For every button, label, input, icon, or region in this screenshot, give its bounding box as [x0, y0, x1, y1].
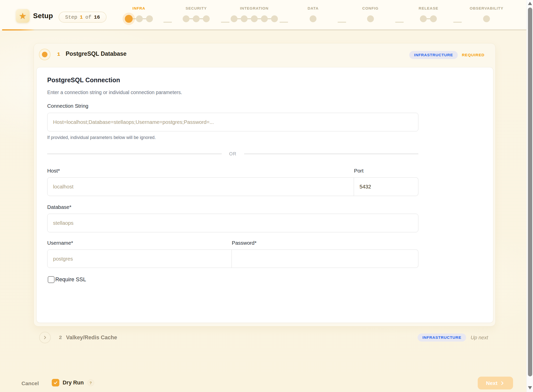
category-badge: INFRASTRUCTURE: [409, 51, 458, 59]
host-label: Host*: [47, 168, 60, 174]
or-divider: OR: [47, 150, 418, 158]
stepper-label: RELEASE: [419, 6, 438, 11]
step-dot[interactable]: [367, 15, 374, 22]
stepper-label: SECURITY: [186, 6, 207, 11]
password-label: Password*: [232, 240, 257, 246]
divider-line: [47, 154, 222, 154]
step-dot[interactable]: [420, 15, 427, 22]
help-icon[interactable]: ?: [87, 379, 94, 386]
stepper-label: INTEGRATION: [240, 6, 268, 11]
stepper-group-infra: INFRA: [125, 6, 153, 23]
stepper-connector: [338, 22, 346, 23]
step-dot[interactable]: [203, 15, 210, 22]
host-input[interactable]: [47, 177, 354, 196]
stepper-group-observability: OBSERVABILITY: [470, 6, 503, 23]
step-dot[interactable]: [430, 15, 437, 22]
step-dot[interactable]: [271, 15, 278, 22]
stepper-label: CONFIG: [362, 6, 378, 11]
active-step-dot-icon: [42, 52, 47, 57]
stepper-group-data: DATA: [308, 6, 318, 23]
main-content: 1 PostgreSQL Database INFRASTRUCTURE REQ…: [0, 30, 526, 392]
divider-line: [244, 154, 419, 154]
header: ★ Setup Step 1 of 16 INFRASECURITYINTEGR…: [0, 0, 526, 30]
step-dot[interactable]: [125, 15, 133, 23]
stepper-dots: [125, 15, 153, 23]
connection-string-input[interactable]: [47, 113, 418, 131]
setup-wizard-page: ★ Setup Step 1 of 16 INFRASECURITYINTEGR…: [0, 0, 533, 392]
cancel-button[interactable]: Cancel: [21, 380, 39, 386]
stepper-group-release: RELEASE: [419, 6, 438, 23]
chevron-right-icon: [500, 381, 505, 386]
stepper-label: INFRA: [133, 6, 145, 11]
divider-text: OR: [222, 151, 244, 157]
database-input[interactable]: [47, 214, 418, 232]
step-dot[interactable]: [193, 15, 200, 22]
stepper-dots: [231, 15, 278, 23]
scrollbar-thumb[interactable]: [528, 8, 532, 376]
form-description: Enter a connection string or individual …: [47, 90, 182, 95]
stepper-connector: [395, 22, 404, 23]
next-item-title: Valkey/Redis Cache: [66, 334, 117, 341]
step-dot[interactable]: [183, 15, 190, 22]
stepper-group-config: CONFIG: [362, 6, 378, 23]
password-input[interactable]: [232, 249, 418, 268]
active-step-indicator: [39, 49, 50, 60]
stepper-dots: [367, 15, 374, 23]
stepper-connector: [163, 22, 172, 23]
next-button-label: Next: [486, 380, 498, 386]
database-label: Database*: [47, 204, 71, 210]
progress-fill: [2, 29, 35, 31]
expand-chevron-icon[interactable]: [39, 332, 51, 343]
stepper-group-integration: INTEGRATION: [231, 6, 278, 23]
stepper-label: OBSERVABILITY: [470, 6, 503, 11]
require-ssl-row: Require SSL: [48, 276, 86, 283]
step-dot[interactable]: [310, 15, 317, 22]
stepper-label: DATA: [308, 6, 318, 11]
step-dot[interactable]: [251, 15, 258, 22]
postgres-connection-form: PostgreSQL Connection Enter a connection…: [36, 67, 493, 323]
stepper-connector: [453, 22, 462, 23]
scroll-down-arrow-icon[interactable]: [528, 386, 532, 389]
username-label: Username*: [47, 240, 73, 246]
step-dot[interactable]: [231, 15, 238, 22]
next-item-category-badge: INFRASTRUCTURE: [418, 333, 466, 342]
card-index: 1: [57, 51, 60, 57]
stepper-dots: [310, 15, 317, 23]
next-button[interactable]: Next: [478, 377, 513, 389]
stepper-dots: [483, 15, 490, 23]
username-input[interactable]: [47, 249, 232, 268]
stepper-connector: [280, 22, 288, 23]
card-badges: INFRASTRUCTURE REQUIRED: [409, 51, 485, 59]
stepper-dots: [420, 15, 437, 23]
progress-bar-track: [2, 29, 527, 31]
step-dot[interactable]: [146, 15, 153, 22]
scroll-up-arrow-icon[interactable]: [528, 2, 532, 5]
dry-run-checkbox[interactable]: [52, 379, 59, 386]
valkey-redis-row[interactable]: 2 Valkey/Redis Cache INFRASTRUCTURE Up n…: [34, 328, 496, 347]
stepper-connector: [221, 22, 230, 23]
stepper-dots: [183, 15, 210, 23]
dry-run-label: Dry Run: [63, 380, 84, 386]
dry-run-control: Dry Run ?: [52, 379, 94, 386]
step-dot[interactable]: [136, 15, 143, 22]
connection-string-label: Connection String: [47, 103, 88, 109]
stepper-group-security: SECURITY: [183, 6, 210, 23]
required-badge: REQUIRED: [462, 53, 485, 57]
up-next-status: Up next: [471, 335, 488, 341]
port-label: Port: [354, 168, 364, 174]
require-ssl-label: Require SSL: [55, 276, 86, 283]
step-dot[interactable]: [241, 15, 248, 22]
require-ssl-checkbox[interactable]: [48, 276, 55, 283]
next-item-index: 2: [59, 335, 62, 341]
step-dot[interactable]: [261, 15, 268, 22]
port-input[interactable]: [354, 177, 418, 196]
card-title: PostgreSQL Database: [66, 50, 126, 57]
connection-string-help: If provided, individual parameters below…: [47, 135, 156, 140]
step-dot[interactable]: [483, 15, 490, 22]
postgres-database-card: 1 PostgreSQL Database INFRASTRUCTURE REQ…: [34, 43, 496, 326]
form-title: PostgreSQL Connection: [47, 76, 120, 84]
stepper: INFRASECURITYINTEGRATIONDATACONFIGRELEAS…: [0, 0, 526, 30]
vertical-scrollbar[interactable]: [526, 0, 533, 392]
